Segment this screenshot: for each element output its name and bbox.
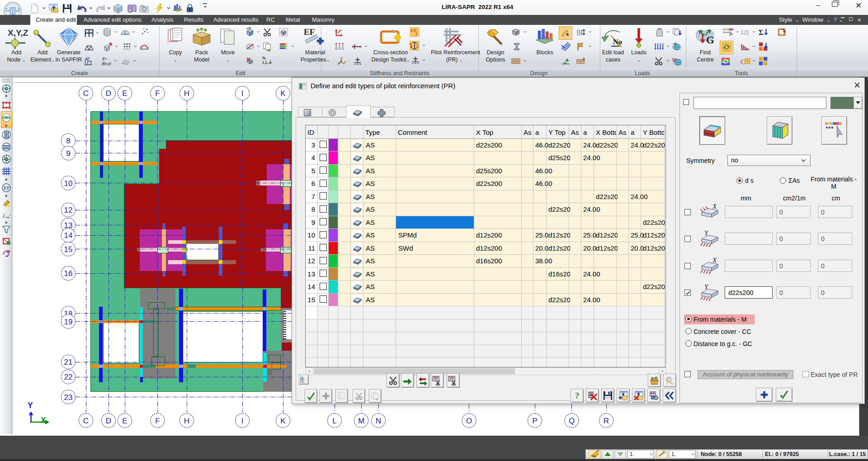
svg-text:E: E: [122, 89, 127, 98]
svg-text:I: I: [241, 89, 244, 98]
svg-text:R: R: [604, 417, 609, 425]
svg-text:M: M: [358, 417, 364, 425]
svg-text:D: D: [106, 417, 111, 425]
svg-text:22: 22: [64, 373, 73, 381]
svg-text:1.: 1.: [630, 451, 634, 457]
svg-text:1.: 1.: [671, 451, 676, 457]
svg-text:19: 19: [64, 318, 73, 326]
svg-text:12: 12: [64, 206, 73, 214]
svg-text:16: 16: [64, 269, 73, 278]
svg-text:P: P: [532, 417, 537, 425]
svg-text:I: I: [241, 417, 244, 425]
svg-text:E: E: [122, 417, 127, 425]
svg-text:Y: Y: [28, 401, 33, 410]
svg-text:D: D: [106, 89, 111, 98]
svg-text:L: L: [332, 417, 336, 425]
svg-text:8: 8: [66, 137, 70, 145]
svg-text:21: 21: [64, 358, 73, 366]
svg-text:10: 10: [64, 179, 73, 188]
svg-text:№: №: [592, 454, 596, 458]
svg-text:C: C: [83, 417, 89, 425]
svg-text:H: H: [184, 417, 189, 425]
svg-text:H: H: [184, 89, 189, 98]
svg-text:X: X: [712, 257, 717, 264]
svg-text:K: K: [280, 417, 286, 425]
svg-text:N: N: [376, 417, 381, 425]
svg-text:O: O: [466, 417, 472, 425]
svg-text:Q: Q: [569, 417, 575, 425]
svg-text:F: F: [155, 89, 160, 98]
svg-text:14: 14: [64, 231, 73, 240]
svg-text:K: K: [280, 89, 286, 98]
svg-text:X: X: [712, 203, 717, 210]
svg-text:15: 15: [64, 245, 73, 254]
svg-text:F: F: [155, 417, 160, 425]
svg-text:C: C: [83, 89, 89, 98]
svg-text:X: X: [41, 416, 46, 425]
svg-text:23: 23: [64, 393, 73, 402]
svg-text:9: 9: [66, 149, 70, 158]
